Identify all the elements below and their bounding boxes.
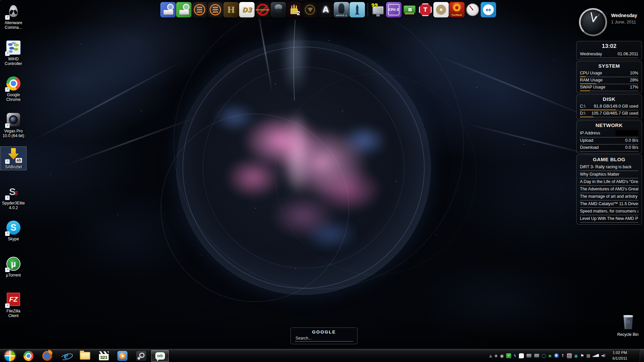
left4dead2-icon[interactable]: 2 — [286, 2, 302, 17]
water-drop-icon[interactable]: ◆ — [494, 354, 497, 358]
borderlands-icon[interactable]: BORDERLANDS — [255, 2, 270, 17]
input-indicator-icon[interactable]: ▤ — [587, 354, 590, 358]
blog-item[interactable]: DiRT 3- Rally racing is back — [580, 164, 638, 171]
donut-benchmark-icon[interactable] — [433, 2, 449, 17]
windows-orb-icon — [4, 350, 15, 361]
chat-bubble-icon[interactable] — [519, 353, 524, 358]
desktop-icon-sabnzbd[interactable]: ab SABnzbd — [1, 147, 26, 170]
taskbar-wmp-button[interactable] — [113, 350, 131, 362]
system-tray: ▲ ◆ ◉ ✔ ϟ ◯ ◉ B ↑ ✖ ◉ ⚑ ▤ ▂▄▆█ ◄)) — [489, 349, 605, 362]
recycle-bin-icon — [623, 315, 634, 329]
antivirus-icon[interactable]: ✔ — [506, 353, 511, 358]
internet-explorer-icon: e — [61, 351, 71, 361]
desktop-icon-recycle-bin[interactable]: Recycle Bin — [615, 314, 641, 338]
icon-label: Recycle Bin — [615, 332, 641, 337]
taskbar-ie-button[interactable]: e — [57, 350, 75, 362]
shortcut-arrow-icon — [5, 15, 10, 20]
cpu-z-icon[interactable]: CPU-Z — [386, 2, 401, 17]
witcher2-icon[interactable] — [302, 2, 318, 17]
display-icon[interactable] — [526, 354, 532, 358]
clock-minute-hand — [590, 12, 593, 22]
stat-label: SWAP Usage — [580, 85, 605, 89]
clock-day-label: Wednesday — [611, 13, 637, 18]
volume-icon[interactable]: ◄)) — [601, 354, 605, 357]
desktop-icon-vegas-pro[interactable]: Vegas Pro10.0 (64-bit) — [1, 111, 26, 139]
panel-title: NETWORK — [580, 122, 638, 129]
furmark-icon[interactable]: FurMark — [449, 2, 465, 17]
medieval-game-icon[interactable]: H — [223, 2, 239, 17]
taskbar-date: 6/1/2011 — [612, 356, 627, 361]
taskbar-mpc-button[interactable]: 321 — [95, 350, 113, 362]
disk-search-icon[interactable] — [160, 2, 176, 17]
time-panel: 13:02 Wednesday 01.06.2011 — [576, 41, 642, 60]
taskbar: e 321 talk ▲ ◆ ◉ ✔ ϟ ◯ ◉ B ↑ ✖ ◉ ⚑ ▤ ▂▄▆… — [0, 349, 644, 362]
blog-item[interactable]: The marriage of art and artistry — [580, 193, 638, 200]
taskbar-explorer-button[interactable] — [76, 350, 94, 362]
stop-t-icon[interactable]: T — [418, 2, 433, 17]
ip-redaction-box — [615, 130, 638, 136]
lightning-icon[interactable]: ϟ — [514, 354, 517, 358]
network-globe-icon[interactable]: ◉ — [574, 354, 578, 358]
desktop-icon-wihd[interactable]: WiHDController — [1, 39, 26, 67]
steam-tray-icon[interactable]: ◉ — [500, 354, 504, 358]
blog-item[interactable]: Why Graphics Matter — [580, 171, 638, 178]
desktop-icon-chrome[interactable]: GoogleChrome — [1, 75, 26, 103]
shortcut-arrow-icon — [5, 303, 10, 308]
show-desktop-button[interactable] — [639, 349, 644, 362]
action-center-flag-icon[interactable]: ⚑ — [580, 354, 584, 358]
diablo3-icon[interactable]: D3 — [239, 2, 255, 17]
desktop-icon-spyder3elite[interactable]: S3 Spyder3Elite4.0.2 — [1, 183, 26, 211]
taskbar-steam-button[interactable] — [132, 350, 150, 362]
taskbar-gtalk-button[interactable]: talk — [151, 350, 169, 362]
gpu-z-icon[interactable] — [402, 2, 417, 17]
disk-benchmark-icon[interactable] — [176, 2, 192, 17]
launcher-list-icon[interactable] — [192, 2, 207, 17]
cpu-usage-row: CPU Usage 10% — [580, 70, 638, 77]
shooter-game-icon[interactable] — [271, 2, 286, 17]
disk-panel: DISK C:\ 91.8 GB/149.0 GB used D:\ 105.7… — [576, 94, 642, 119]
usage-bar — [580, 117, 593, 117]
usb-eject-icon[interactable]: ↑ — [561, 354, 565, 358]
bluetooth-icon[interactable]: B — [554, 353, 559, 358]
gauge-monitor-icon[interactable] — [465, 2, 480, 17]
teamviewer-icon[interactable] — [481, 2, 496, 17]
shortcut-arrow-icon — [5, 51, 10, 56]
start-button[interactable] — [1, 350, 19, 362]
chrome-icon — [23, 351, 34, 361]
alienfx-icon[interactable]: ◉ — [548, 354, 552, 358]
shortcut-arrow-icon — [5, 123, 10, 128]
icon-label: Alienware — [1, 20, 26, 25]
blog-item[interactable]: The AMD Catalyst™ 11.5 Driver - W... — [580, 200, 638, 208]
display-check-icon[interactable] — [534, 354, 539, 358]
crysis2-icon[interactable]: CRYSIS 2 — [334, 2, 349, 17]
panel-title: SYSTEM — [580, 62, 638, 70]
sync-ring-icon[interactable]: ◯ — [542, 354, 546, 358]
download-row: Download 0.0 B/s — [580, 144, 638, 152]
blog-item[interactable]: Speed matters, for consumers and... — [580, 208, 638, 215]
strategy-game-icon[interactable] — [350, 2, 365, 17]
icon-label: Controller — [1, 61, 26, 66]
blog-item[interactable]: The Adventures of AMD's Greatest... — [580, 186, 638, 193]
fps-counter-icon[interactable]: 99 — [370, 2, 386, 17]
clapperboard-icon: 321 — [99, 351, 109, 360]
taskbar-firefox-button[interactable] — [38, 350, 56, 362]
network-signal-icon[interactable]: ▂▄▆█ — [593, 355, 599, 357]
desktop-icon-alienware[interactable]: AlienwareComma... — [1, 3, 26, 31]
icon-label: Google — [1, 93, 26, 97]
tray-app-icon[interactable]: ▲ — [489, 354, 492, 358]
taskbar-clock[interactable]: 1:02 PM 6/1/2011 — [608, 349, 632, 362]
icon-label: µTorrent — [1, 273, 26, 278]
desktop-icon-utorrent[interactable]: µ µTorrent — [1, 255, 26, 278]
taskbar-chrome-button[interactable] — [19, 350, 38, 362]
icon-label: 10.0 (64-bit) — [1, 133, 26, 138]
search-input[interactable]: Search... — [295, 336, 353, 342]
launcher-list2-icon[interactable] — [208, 2, 223, 17]
blog-item[interactable]: Level Up With The New AMD Phen... — [580, 215, 638, 223]
system-panel: SYSTEM CPU Usage 10% RAM Usage 28% SWAP … — [576, 61, 642, 93]
desktop-icon-skype[interactable]: S Skype — [1, 219, 26, 242]
alan-wake-icon[interactable]: A — [318, 2, 333, 17]
audio-device-icon[interactable]: ✖ — [567, 353, 572, 358]
blog-item[interactable]: A Day in the Life of AMD's “Greate... — [580, 178, 638, 186]
desktop-icon-filezilla[interactable]: FZ FileZillaClient — [1, 291, 26, 319]
dock-divider — [368, 3, 368, 16]
